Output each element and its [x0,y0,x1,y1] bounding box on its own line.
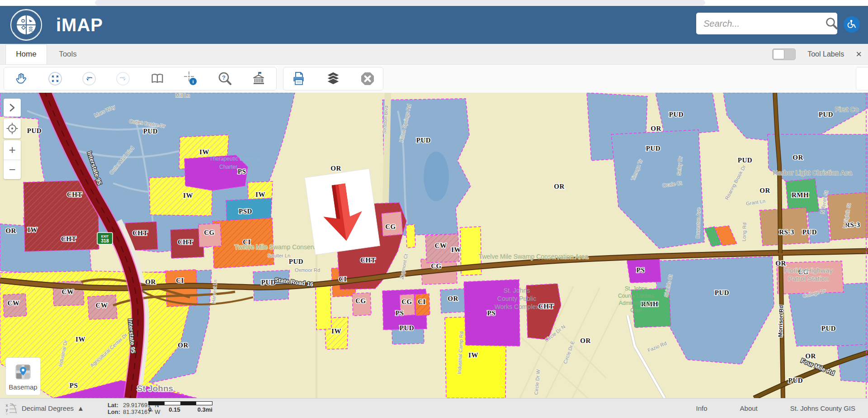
close-icon[interactable]: × [856,49,862,59]
pan-button[interactable] [11,69,31,89]
map-label: CI [418,298,426,305]
map-label: PUD [669,111,684,118]
hand-icon [14,71,28,86]
map-label: CHT [538,303,554,310]
coordinate-format-label: Decimal Degrees [22,404,74,412]
bookmarks-button[interactable] [147,69,167,89]
map-label: Therapeutic Learning [209,156,260,162]
scale-mid: 0.15 [169,406,180,413]
map-label: Mill Ln [175,93,190,98]
municipal-lookup-button[interactable] [249,69,269,89]
map-label: OR [580,337,591,344]
next-extent-button[interactable] [113,69,133,89]
svg-text:x: x [5,403,8,408]
map-label: CG [431,262,442,270]
svg-text:?: ? [222,74,226,81]
map-label: First Co [835,105,859,113]
scale-start: 0 [148,406,151,413]
query-button[interactable]: ? [215,69,235,89]
browser-strip [0,0,868,6]
accessibility-button[interactable] [844,16,860,33]
map-label: CI [176,277,184,284]
status-bar: x y v Decimal Degrees ▲ Lat:29.917691° N… [0,398,868,418]
map-label: St Johns [137,384,173,393]
map-label: CG [385,223,396,230]
map-label: OR [330,165,341,172]
map-canvas[interactable]: EXIT 318 PUDPUDIWPSIWIWPSDCHTCHTCHTCHTCG… [0,93,868,398]
layers-button[interactable] [323,69,343,89]
zoom-in-button[interactable]: + [4,140,21,160]
expand-panel-button[interactable] [4,99,21,117]
printer-icon [291,71,307,87]
map-label: CG [204,229,215,236]
map-container: EXIT 318 PUDPUDIWPSIWIWPSDCHTCHTCHTCHTCG… [0,93,868,398]
extent-arrows-icon [47,71,63,86]
map-label: PUD [715,289,729,296]
map-label: CW [96,302,108,309]
map-label: PS [238,168,246,175]
chevron-right-icon [9,103,16,112]
toolbar-group-edge [856,67,868,90]
map-label: OR [145,278,156,285]
map-label: Morrison Rd [777,305,784,337]
info-link[interactable]: Info [696,404,708,412]
search-input[interactable] [703,19,825,29]
map-label: PUD [821,325,836,332]
search-icon[interactable] [825,16,838,31]
credit-text: St. Johns County GIS [790,404,855,412]
map-label: CW [435,242,447,249]
toggle-knob [773,49,784,59]
map-label: Harbor Light Christian Aca [773,169,852,176]
map-label: Works Complex [495,303,539,310]
tab-home[interactable]: Home [5,44,47,64]
map-label: CW [8,299,20,307]
zoom-extent-button[interactable] [45,69,65,89]
map-label: Daveston Ave [695,208,701,238]
toolbar-group-navigation: i ? [4,67,277,90]
map-label: PS [396,309,404,317]
layers-icon [325,71,341,87]
map-label: CHT [132,229,148,237]
book-icon [149,71,165,86]
zoom-controls: + − [4,140,21,179]
map-label: OR [793,154,803,161]
previous-extent-button[interactable] [79,69,99,89]
app-header: iMAP [0,6,868,44]
map-label: IW [75,336,85,343]
tab-tools[interactable]: Tools [47,45,89,64]
back-arrow-icon [81,71,97,86]
map-label: IW [183,192,193,199]
search-box [696,13,837,34]
basemap-label: Basemap [9,383,37,391]
map-label: Florida Highway [784,266,833,274]
map-label: RS-3 [779,228,794,236]
tab-bar: Home Tools Tool Labels × [0,44,868,65]
map-label: PUD [646,145,660,152]
about-link[interactable]: About [740,404,758,412]
tool-labels-toggle[interactable] [772,48,796,60]
map-label: OR [5,227,16,234]
coordinate-format-selector[interactable]: x y v Decimal Degrees ▲ [5,402,84,415]
cancel-x-icon [359,71,376,87]
basemap-button[interactable]: Basemap [5,357,41,395]
map-label: IW [255,191,265,198]
map-label: PUD [289,258,303,265]
print-button[interactable] [289,69,309,89]
identify-button[interactable]: i [181,69,201,89]
svg-text:i: i [192,79,193,84]
map-label: PUD [819,111,833,118]
map-label: CW [62,288,74,295]
svg-text:318: 318 [101,238,109,243]
map-label: Saulter Ln [268,253,290,258]
map-label: Patrol Station [788,275,829,282]
map-label: CHT [178,238,193,246]
map-label: OR [760,187,770,194]
tool-labels-label: Tool Labels [807,50,844,58]
map-label: Twelve Mile Swamp Conservation Area [479,253,589,260]
basemap-icon [14,362,33,381]
clear-selection-button[interactable] [358,69,377,89]
map-label: County Utilities [618,293,654,299]
geolocate-button[interactable] [4,119,21,138]
pond [424,152,449,201]
zoom-out-button[interactable]: − [4,160,21,180]
